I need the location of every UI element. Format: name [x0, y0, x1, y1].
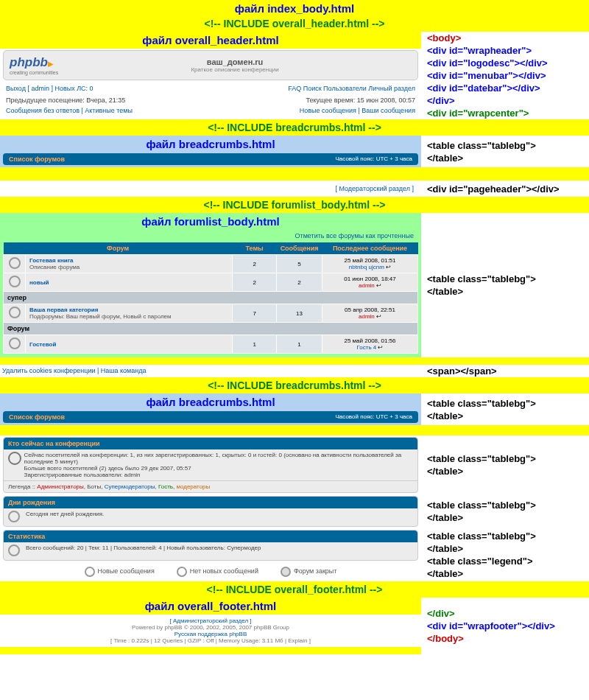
unanswered-link[interactable]: Сообщения без ответов | Активные темы	[6, 107, 133, 114]
admin-link[interactable]: [ Администраторский раздел ]	[3, 617, 418, 624]
category-row: Форум	[4, 323, 418, 335]
locked-icon	[281, 567, 291, 577]
last-user[interactable]: admin	[359, 282, 375, 289]
new-posts-link[interactable]: Новые сообщения | Ваши сообщения	[300, 107, 415, 114]
topic-count: 2	[233, 273, 277, 292]
last-user[interactable]: admin	[359, 313, 375, 320]
anno-div-close-2: </div>	[427, 608, 455, 619]
anno-tablebg-6: <table class="tablebg">	[427, 531, 536, 542]
category-label[interactable]: Форум	[4, 323, 418, 335]
breadcrumb-bar: Список форумов Часовой пояс: UTC + 3 час…	[3, 153, 418, 165]
legend-new: Новые сообщения	[98, 567, 155, 575]
forum-link[interactable]: новый	[29, 279, 49, 286]
anno-table-close-7: </table>	[427, 568, 463, 579]
breadcrumb-label-2[interactable]: Список форумов	[9, 413, 65, 421]
forum-link[interactable]: Гостевая книга	[29, 257, 73, 264]
breadcrumb-bar-2: Список форумов Часовой пояс: UTC + 3 час…	[3, 411, 418, 423]
online-icon	[8, 452, 21, 465]
inc-breadcrumbs-2: <!-- INCLUDE breadcrumbs.html -->	[0, 378, 589, 393]
post-count: 13	[277, 304, 322, 323]
forum-desc: Описание форума	[29, 264, 80, 270]
birthday-body: Сегодня нет дней рождения.	[26, 511, 104, 524]
stats-table: Статистика Всего сообщений: 20 | Тем: 11…	[3, 530, 418, 561]
menubar-left[interactable]: Выход [ admin ] Новых ЛС: 0	[6, 85, 94, 92]
online-line1: Сейчас посетителей на конференции: 1, из…	[24, 452, 413, 465]
whoisonline-table: Кто сейчас на конференции Сейчас посетит…	[3, 437, 418, 493]
forum-icon	[9, 257, 21, 269]
breadcrumb-label[interactable]: Список форумов	[9, 155, 65, 163]
legend-row: Новые сообщения Нет новых сообщений Фору…	[0, 562, 421, 581]
table-row: новый 2 2 01 июн 2008, 18:47admin ↩	[4, 273, 418, 292]
forum-icon	[9, 337, 21, 349]
anno-tablebg-2: <table class="tablebg">	[427, 273, 536, 284]
site-subtitle: Краткое описание конференции	[58, 66, 412, 73]
cookies-team-links[interactable]: Удалить cookies конференции | Наша коман…	[2, 367, 147, 374]
title-index-body: файл index_body.html	[0, 1, 589, 16]
last-date: 05 апр 2008, 22:51	[345, 307, 395, 313]
category-row: супер	[4, 292, 418, 304]
subforum-links[interactable]: Подфорумы: Ваш первый форум, Новый с пар…	[29, 313, 172, 320]
legend-nonew: Нет новых сообщений	[190, 567, 258, 575]
site-title: ваш_домен.ru	[58, 57, 412, 66]
forum-icon	[9, 276, 21, 287]
anno-datebar: <div id="datebar"></div>	[427, 83, 540, 94]
birthday-icon	[8, 511, 20, 522]
forum-link[interactable]: Гостевой	[29, 341, 56, 348]
logodesc-block: phpbb▶ creating communities ваш_домен.ru…	[3, 50, 418, 80]
forum-link[interactable]: Ваша первая категория	[29, 307, 98, 313]
inc-forumlist: <!-- INCLUDE forumlist_body.html -->	[0, 197, 589, 212]
th-topics: Темы	[233, 242, 277, 255]
last-date: 25 май 2008, 01:51	[344, 257, 395, 264]
anno-body-close: </body>	[427, 633, 464, 644]
inc-overall-footer: <!-- INCLUDE overall_footer.html -->	[0, 582, 589, 597]
anno-tablebg-1: <table class="tablebg">	[427, 140, 536, 151]
post-count: 1	[277, 335, 322, 354]
topic-count: 7	[233, 304, 277, 323]
last-user[interactable]: Гость 4	[357, 344, 377, 351]
category-label[interactable]: супер	[4, 292, 418, 304]
post-count: 2	[277, 273, 322, 292]
stats-header: Статистика	[4, 531, 417, 542]
anno-wrapheader: <div id="wrapheader">	[427, 45, 532, 56]
birthday-table: Дни рождения Сегодня нет дней рождения.	[3, 496, 418, 527]
legend-locked: Форум закрыт	[294, 567, 337, 575]
timezone-label: Часовой пояс: UTC + 3 часа	[336, 155, 412, 163]
anno-legend-tbl: <table class="legend">	[427, 556, 532, 567]
support-link[interactable]: Русская поддержка phpBB	[3, 631, 418, 637]
anno-tablebg-5: <table class="tablebg">	[427, 500, 536, 511]
anno-table-close-2: </table>	[427, 286, 463, 297]
anno-wrapcenter: <div id="wrapcenter">	[427, 108, 529, 119]
table-row: Гостевой 1 1 25 май 2008, 01:56Гость 4 ↩	[4, 335, 418, 354]
table-row: Гостевая книгаОписание форума 2 5 25 май…	[4, 255, 418, 273]
online-line2: Больше всего посетителей (2) здесь было …	[24, 465, 413, 472]
current-time: Текущее время: 15 июн 2008, 00:57	[306, 97, 415, 104]
last-user[interactable]: nbtnbq ujcnm	[349, 264, 384, 270]
anno-table-close-4: </table>	[427, 466, 463, 477]
inc-breadcrumbs-1: <!-- INCLUDE breadcrumbs.html -->	[0, 120, 589, 135]
powered-by: Powered by phpBB © 2000, 2002, 2005, 200…	[3, 624, 418, 631]
forum-icon	[9, 307, 21, 318]
th-last: Последнее сообщение	[322, 242, 418, 255]
table-row: Ваша первая категорияПодфорумы: Ваш перв…	[4, 304, 418, 323]
timezone-label-2: Часовой пояс: UTC + 3 часа	[336, 413, 412, 421]
anno-menubar: <div id="menubar"></div>	[427, 70, 546, 81]
moderator-link[interactable]: [ Модераторский раздел ]	[0, 181, 421, 197]
anno-table-close-1: </table>	[427, 153, 463, 164]
post-count: 5	[277, 255, 322, 273]
anno-table-close-6: </table>	[427, 543, 463, 554]
legend-prefix: Легенда ::	[8, 483, 37, 490]
last-date: 01 июн 2008, 18:47	[344, 276, 396, 282]
menubar-right[interactable]: FAQ Поиск Пользователи Личный раздел	[288, 85, 415, 92]
mark-read-link[interactable]: Отметить все форумы как прочтенные	[0, 229, 421, 242]
phpbb-logo: phpbb	[10, 55, 48, 69]
stats-body: Всего сообщений: 20 | Тем: 11 | Пользова…	[26, 545, 261, 551]
no-new-icon	[177, 567, 187, 577]
time-stats: [ Time : 0.222s | 12 Queries | GZIP : Of…	[3, 637, 418, 644]
menubar: Выход [ admin ] Новых ЛС: 0 FAQ Поиск По…	[0, 82, 421, 95]
logo-subtitle: creating communities	[10, 70, 58, 75]
th-forum: Форум	[4, 242, 233, 255]
title-forumlist: файл forumlist_body.html	[0, 214, 421, 229]
topic-count: 1	[233, 335, 277, 354]
last-visit: Предыдущее посещение: Вчера, 21:35	[6, 97, 125, 104]
datebar: Предыдущее посещение: Вчера, 21:35 Текущ…	[0, 95, 421, 105]
